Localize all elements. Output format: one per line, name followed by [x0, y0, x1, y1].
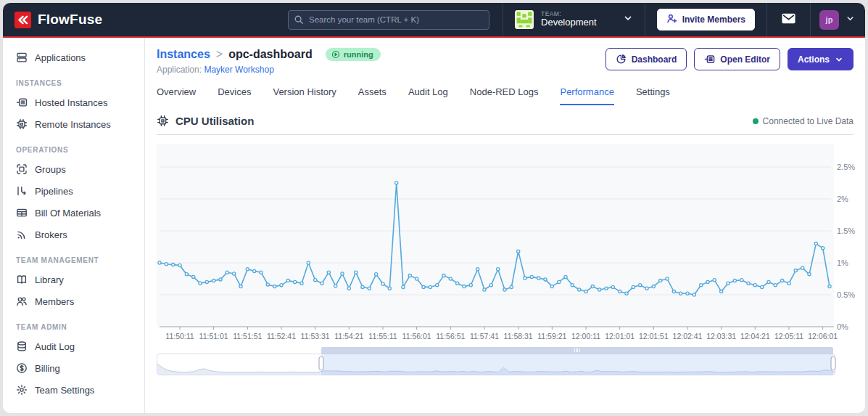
sidebar-item-label: Billing — [35, 363, 60, 374]
x-axis-label: 11:51:01 — [199, 332, 228, 340]
people-icon — [16, 295, 28, 307]
flowfuse-logo-icon — [15, 12, 31, 28]
sidebar-item-brokers[interactable]: Brokers — [3, 224, 144, 245]
book-icon — [16, 274, 28, 285]
sidebar-section-header: OPERATIONS — [3, 135, 144, 158]
brand-name: FlowFuse — [38, 12, 102, 28]
search-icon — [294, 15, 304, 28]
open-editor-button[interactable]: Open Editor — [694, 48, 780, 70]
sidebar-item-library[interactable]: Library — [3, 269, 144, 290]
chevron-down-icon — [846, 13, 855, 26]
cpu-chart-area[interactable]: 2.5%2%1.5%1%0.5%0%11:50:1111:51:0111:51:… — [157, 136, 853, 348]
tab-performance[interactable]: Performance — [560, 86, 613, 105]
sidebar-item-applications[interactable]: Applications — [3, 46, 144, 68]
x-axis-label: 11:51:51 — [233, 332, 262, 340]
sidebar-section-header: TEAM ADMIN — [3, 312, 144, 335]
chevron-down-icon — [623, 13, 633, 26]
pie-chart-icon — [616, 54, 627, 65]
tab-version-history[interactable]: Version History — [273, 86, 336, 105]
y-axis-label: 1.5% — [837, 227, 855, 235]
y-axis-label: 0% — [837, 322, 848, 331]
live-status-label: Connected to Live Data — [763, 116, 853, 126]
breadcrumb-separator: > — [216, 48, 223, 61]
live-status: Connected to Live Data — [753, 116, 853, 126]
x-axis-label: 12:01:01 — [605, 332, 635, 340]
top-navbar: FlowFuse — [3, 3, 865, 38]
sidebar-item-audit-log[interactable]: Audit Log — [3, 335, 144, 357]
sidebar-item-label: Brokers — [35, 229, 67, 240]
sidebar-item-label: Audit Log — [35, 341, 75, 352]
table-icon — [16, 207, 28, 219]
tab-audit-log[interactable]: Audit Log — [408, 86, 448, 105]
team-name: Development — [541, 17, 597, 28]
breadcrumb: Instances > opc-dashboard running — [157, 48, 381, 61]
sidebar-item-remote-instances[interactable]: Remote Instances — [3, 113, 144, 135]
database-icon — [16, 340, 28, 352]
dashboard-button-label: Dashboard — [632, 54, 677, 65]
status-badge-label: running — [344, 50, 373, 59]
x-axis-label: 12:05:11 — [774, 332, 803, 340]
sidebar-item-hosted-instances[interactable]: Hosted Instances — [3, 91, 144, 113]
x-axis-label: 11:57:41 — [470, 332, 499, 340]
instance-name: opc-dashboard — [228, 48, 313, 61]
panel-header: CPU Utilisation Connected to Live Data — [157, 115, 853, 135]
team-avatar — [515, 10, 534, 29]
x-axis-label: 12:01:51 — [639, 332, 669, 340]
team-selector[interactable]: TEAM: Development — [503, 3, 645, 36]
instance-tabs: OverviewDevicesVersion HistoryAssetsAudi… — [157, 86, 853, 105]
x-axis-label: 12:03:31 — [706, 332, 736, 340]
tab-node-red-logs[interactable]: Node-RED Logs — [470, 86, 539, 105]
actions-button[interactable]: Actions — [788, 48, 853, 70]
invite-members-button[interactable]: Invite Members — [657, 9, 755, 30]
sidebar-item-members[interactable]: Members — [3, 290, 144, 312]
user-menu[interactable]: jp — [811, 3, 865, 36]
brush-selected-region — [321, 354, 834, 375]
application-link[interactable]: Mayker Workshop — [204, 65, 273, 75]
sidebar-item-label: Library — [35, 274, 64, 285]
cpu-utilisation-chart[interactable]: 2.5%2%1.5%1%0.5%0%11:50:1111:51:0111:51:… — [157, 136, 856, 348]
brush-handle-right[interactable] — [831, 356, 836, 370]
brush-selection[interactable] — [321, 347, 834, 376]
y-axis-label: 2% — [837, 195, 848, 203]
x-axis-label: 11:52:41 — [267, 332, 296, 340]
sidebar-item-pipelines[interactable]: Pipelines — [3, 180, 144, 202]
x-axis-label: 12:06:01 — [808, 332, 838, 340]
y-axis-label: 2.5% — [837, 163, 855, 171]
panel-title: CPU Utilisation — [175, 115, 254, 127]
sidebar-item-label: Remote Instances — [35, 119, 111, 130]
navbar-right: TEAM: Development Invite Members — [288, 3, 865, 36]
cpu-chip-icon — [157, 115, 169, 127]
applications-icon — [16, 52, 28, 63]
x-axis-label: 12:00:11 — [571, 332, 600, 340]
chart-brush — [157, 350, 835, 376]
sidebar-item-billing[interactable]: Billing — [3, 357, 144, 379]
search-input[interactable] — [288, 10, 489, 30]
invite-members-label: Invite Members — [682, 15, 745, 25]
brush-grip-icon — [574, 348, 581, 352]
tab-devices[interactable]: Devices — [218, 86, 251, 105]
breadcrumb-instances-link[interactable]: Instances — [157, 48, 210, 61]
tab-settings[interactable]: Settings — [636, 86, 670, 105]
brand[interactable]: FlowFuse — [15, 12, 102, 28]
brush-drag-cap[interactable] — [321, 347, 834, 354]
tab-assets[interactable]: Assets — [358, 86, 387, 105]
sidebar-item-team-settings[interactable]: Team Settings — [3, 379, 144, 401]
notifications-button[interactable] — [767, 3, 810, 36]
play-circle-icon — [331, 50, 340, 59]
y-axis-label: 0.5% — [837, 290, 855, 299]
team-search — [288, 10, 489, 30]
dashboard-button[interactable]: Dashboard — [605, 48, 687, 70]
app-window: FlowFuse — [3, 3, 865, 413]
chip-frame-icon — [16, 163, 28, 175]
x-axis-label: 11:50:11 — [165, 332, 194, 340]
sidebar-item-groups[interactable]: Groups — [3, 158, 144, 180]
sidebar-item-label: Hosted Instances — [35, 97, 107, 108]
x-axis-label: 11:59:21 — [537, 332, 566, 340]
gear-icon — [16, 384, 28, 396]
broadcast-icon — [16, 229, 28, 240]
brush-handle-left[interactable] — [318, 356, 323, 370]
tab-overview[interactable]: Overview — [157, 86, 196, 105]
sidebar: Applications INSTANCES Hosted Instances … — [3, 38, 145, 413]
application-label: Application: — [157, 65, 202, 75]
sidebar-item-bill-of-materials[interactable]: Bill Of Materials — [3, 202, 144, 224]
